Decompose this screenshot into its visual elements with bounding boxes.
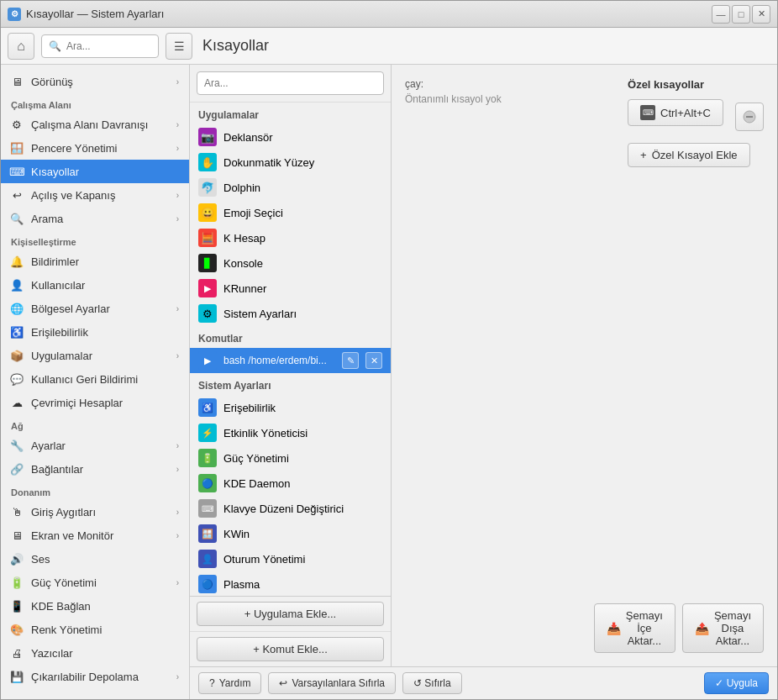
- sidebar-item-renk-yonetimi[interactable]: 🎨 Renk Yönetimi: [1, 618, 189, 641]
- app-name: Oturum Yönetimi: [223, 553, 305, 566]
- app-item-kde-daemon[interactable]: 🔵 KDE Daemon: [190, 471, 391, 496]
- sidebar-item-bolgesel-ayarlar[interactable]: 🌐 Bölgesel Ayarlar ›: [1, 297, 189, 320]
- section-header-komutlar: Komutlar: [190, 326, 391, 348]
- app-item-plasma[interactable]: 🔵 Plasma: [190, 571, 391, 596]
- app-name: KWin: [223, 528, 250, 540]
- app-item-sistem-ayarlari[interactable]: ⚙ Sistem Ayarları: [190, 301, 391, 326]
- detail-panel: çay: Öntanımlı kısayol yok Özel kısayoll…: [392, 65, 777, 666]
- deklansor-icon: 📷: [198, 128, 217, 146]
- sidebar-item-yazicilar[interactable]: 🖨 Yazıcılar: [1, 641, 189, 665]
- toolbar-search-input[interactable]: [66, 40, 151, 52]
- ses-icon: 🔊: [9, 551, 24, 566]
- menu-button[interactable]: ☰: [166, 33, 192, 60]
- emoji-icon: 😀: [198, 203, 217, 222]
- sidebar-item-ayarlar[interactable]: 🔧 Ayarlar ›: [1, 434, 189, 457]
- sidebar-item-guc-yonetimi[interactable]: 🔋 Güç Yönetimi ›: [1, 571, 189, 594]
- help-icon: ?: [209, 677, 215, 689]
- maximize-button[interactable]: □: [732, 5, 750, 24]
- add-cmd-row: + Komut Ekle...: [190, 632, 391, 666]
- section-calisma-alani: Çalışma Alanı: [1, 93, 189, 113]
- add-custom-label: Özel Kısayol Ekle: [652, 149, 738, 161]
- yazicilar-icon: 🖨: [9, 645, 24, 661]
- sidebar-item-ses[interactable]: 🔊 Ses: [1, 547, 189, 571]
- add-app-button[interactable]: + Uygulama Ekle...: [197, 602, 384, 626]
- app-item-konsole[interactable]: ▊ Konsole: [190, 250, 391, 276]
- toolbar-search-container: 🔍: [41, 34, 159, 58]
- section-donanim: Donanım: [1, 481, 189, 500]
- arrow-icon: ›: [176, 304, 179, 313]
- sidebar-item-kullanicilar[interactable]: 👤 Kullanıcılar: [1, 273, 189, 297]
- arrow-icon: ›: [176, 77, 179, 87]
- uygulamalar-icon: 📦: [9, 348, 24, 363]
- sidebar-item-arama[interactable]: 🔍 Arama ›: [1, 207, 189, 230]
- arrow-icon: ›: [176, 120, 179, 129]
- app-item-dokunmatik-yuzey[interactable]: ✋ Dokunmatik Yüzey: [190, 150, 391, 175]
- section-header-uygulamalar: Uygulamalar: [190, 103, 391, 124]
- sidebar-item-kullanici-geri-bildirimi[interactable]: 💬 Kullanıcı Geri Bildirimi: [1, 367, 189, 391]
- shortcut-button[interactable]: ⌨ Ctrl+Alt+C: [628, 99, 723, 126]
- dokunmatik-icon: ✋: [198, 153, 217, 171]
- detail-left: çay: Öntanımlı kısayol yok: [405, 78, 502, 118]
- add-cmd-button[interactable]: + Komut Ekle...: [197, 637, 384, 661]
- export-button[interactable]: 📤 Şemayı Dışa Aktar...: [682, 603, 764, 653]
- sidebar-item-giris-aygitlari[interactable]: 🖱 Giriş Aygıtları ›: [1, 500, 189, 524]
- arrow-icon: ›: [176, 578, 179, 587]
- app-item-oturum-yonetimi[interactable]: 👤 Oturum Yönetimi: [190, 546, 391, 571]
- app-search-input[interactable]: [197, 71, 384, 95]
- shortcut-row: ⌨ Ctrl+Alt+C: [628, 99, 764, 134]
- reset-defaults-button[interactable]: ↩ Varsayılanlara Sıfırla: [268, 672, 396, 694]
- sidebar-item-label: Kullanıcı Geri Bildirimi: [31, 373, 179, 386]
- arrow-icon: ›: [176, 672, 179, 682]
- app-item-emoji-secici[interactable]: 😀 Emoji Seçici: [190, 200, 391, 225]
- sidebar-item-label: Açılış ve Kapanış: [31, 189, 170, 202]
- sidebar-item-cikarilabilir-depolama[interactable]: 💾 Çıkarılabilir Depolama ›: [1, 665, 189, 688]
- sidebar-item-bildirimler[interactable]: 🔔 Bildirimler: [1, 250, 189, 273]
- app-item-guc-yonetimi2[interactable]: 🔋 Güç Yönetimi: [190, 445, 391, 471]
- arama-icon: 🔍: [9, 211, 24, 226]
- sidebar-item-cevrimici-hesaplar[interactable]: ☁ Çevrimiçi Hesaplar: [1, 391, 189, 414]
- sidebar-item-uygulamalar[interactable]: 📦 Uygulamalar ›: [1, 344, 189, 367]
- toolbar: ⌂ 🔍 ☰ Kısayollar: [1, 28, 777, 65]
- sidebar-item-acilis-kapanis[interactable]: ↩ Açılış ve Kapanış ›: [1, 183, 189, 207]
- app-item-bash-cmd[interactable]: ▶ bash /home/erdem/bi... ✎ ✕: [190, 348, 391, 373]
- minimize-button[interactable]: —: [712, 5, 730, 24]
- sidebar-item-label: Arama: [31, 213, 170, 225]
- app-item-klavye-duzeni[interactable]: ⌨ Klavye Düzeni Değiştirici: [190, 496, 391, 521]
- app-item-deklansor[interactable]: 📷 Deklansör: [190, 124, 391, 150]
- geri-bildirim-icon: 💬: [9, 371, 24, 387]
- import-icon: 📥: [607, 622, 621, 635]
- app-item-k-hesap[interactable]: 🧮 K Hesap: [190, 225, 391, 250]
- sistem-ayarlari-icon: ⚙: [198, 304, 217, 323]
- app-item-dolphin[interactable]: 🐬 Dolphin: [190, 175, 391, 200]
- sidebar-item-ekran-ve-monitör[interactable]: 🖥 Ekran ve Monitör ›: [1, 524, 189, 547]
- edit-command-button[interactable]: ✎: [342, 352, 359, 369]
- depolama-icon: 💾: [9, 669, 24, 684]
- section-header-sistem-ayarlari: Sistem Ayarları: [190, 373, 391, 395]
- sidebar-item-pencere-yonetimi[interactable]: 🪟 Pencere Yönetimi ›: [1, 136, 189, 160]
- remove-shortcut-button[interactable]: [735, 103, 764, 131]
- add-app-row: + Uygulama Ekle...: [190, 597, 391, 632]
- reset-button[interactable]: ↺ Sıfırla: [402, 672, 462, 694]
- close-button[interactable]: ✕: [752, 5, 770, 24]
- apply-button[interactable]: ✓ Uygula: [704, 672, 769, 694]
- guc-icon: 🔋: [9, 575, 24, 590]
- sidebar-item-baglantılar[interactable]: 🔗 Bağlantılar ›: [1, 457, 189, 481]
- app-name: Emoji Seçici: [223, 207, 283, 219]
- app-item-erisebilirlik[interactable]: ♿ Erişebilirlik: [190, 395, 391, 420]
- sidebar-item-kisayollar[interactable]: ⌨ Kısayollar: [1, 160, 189, 183]
- sidebar-item-calisma-alani-davranisi[interactable]: ⚙ Çalışma Alanı Davranışı ›: [1, 113, 189, 136]
- delete-command-button[interactable]: ✕: [365, 352, 382, 369]
- app-name: Dolphin: [223, 182, 260, 194]
- app-item-etkinlik-yoneticisi[interactable]: ⚡ Etkinlik Yöneticisi: [190, 420, 391, 445]
- import-button[interactable]: 📥 Şemayı İçe Aktar...: [594, 603, 675, 653]
- app-item-kwin[interactable]: 🪟 KWin: [190, 521, 391, 546]
- add-custom-shortcut-button[interactable]: + Özel Kısayol Ekle: [628, 143, 749, 167]
- app-item-krunner[interactable]: ▶ KRunner: [190, 276, 391, 301]
- sidebar-item-erisilebilirlik[interactable]: ♿ Erişilebilirlik: [1, 320, 189, 344]
- sidebar-item-gorunus[interactable]: 🖥 Görünüş ›: [1, 70, 189, 93]
- right-panel: Uygulamalar 📷 Deklansör ✋ Dokunmatik Yüz…: [190, 65, 777, 699]
- home-button[interactable]: ⌂: [8, 33, 34, 60]
- section-ag: Ağ: [1, 414, 189, 434]
- sidebar-item-kde-baglan[interactable]: 📱 KDE Bağlan: [1, 594, 189, 618]
- help-button[interactable]: ? Yardım: [198, 672, 261, 694]
